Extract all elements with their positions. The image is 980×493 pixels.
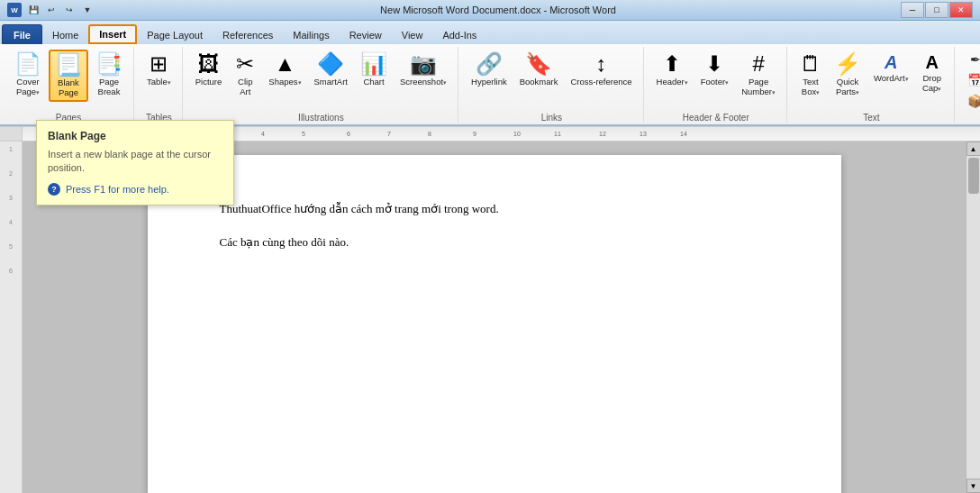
text-group-label: Text — [794, 111, 948, 123]
chart-icon: 📊 — [360, 53, 387, 75]
footer-icon: ⬇ — [705, 53, 723, 75]
menu-tabs: File Home Insert Page Layout References … — [0, 21, 980, 44]
hyperlink-button[interactable]: 🔗 Hyperlink — [466, 50, 513, 90]
window-title: New Microsoft Word Document.docx - Micro… — [380, 5, 616, 15]
tab-insert[interactable]: Insert — [88, 24, 137, 44]
wordart-button[interactable]: A WordArt▾ — [868, 50, 914, 87]
text-right-group-label: Text — [962, 111, 980, 123]
group-text-right: ✒ Signature Line▾ 📅 Date & Time 📦 Object… — [957, 47, 980, 123]
header-label: Header▾ — [657, 77, 688, 87]
drop-cap-icon: A — [925, 53, 938, 71]
bookmark-button[interactable]: 🔖 Bookmark — [514, 50, 564, 90]
ruler-side-left — [0, 127, 23, 141]
maximize-btn[interactable]: □ — [925, 2, 948, 18]
blank-page-label: BlankPage — [58, 78, 79, 97]
quick-parts-label: QuickParts▾ — [836, 77, 859, 96]
vertical-ruler: 1 2 3 4 5 6 — [0, 142, 22, 493]
pages-group-items: 📄 CoverPage▾ 📃 BlankPage 📑 PageBreak — [9, 47, 128, 111]
drop-cap-button[interactable]: A DropCap▾ — [916, 50, 948, 96]
tooltip-description: Insert a new blank page at the cursor po… — [48, 148, 222, 176]
chart-button[interactable]: 📊 Chart — [355, 50, 393, 90]
clip-art-label: ClipArt — [238, 77, 252, 96]
picture-icon: 🖼 — [198, 53, 220, 75]
smartart-label: SmartArt — [314, 77, 348, 87]
shapes-button[interactable]: ▲ Shapes▾ — [263, 50, 306, 90]
title-bar: W 💾 ↩ ↪ ▼ New Microsoft Word Document.do… — [0, 0, 980, 21]
links-group-label: Links — [466, 111, 637, 123]
clip-art-button[interactable]: ✂ ClipArt — [229, 50, 261, 100]
close-btn[interactable]: ✕ — [949, 2, 973, 18]
group-header-footer: ⬆ Header▾ ⬇ Footer▾ # PageNumber▾ Header… — [646, 47, 787, 123]
tab-home[interactable]: Home — [42, 24, 88, 44]
help-icon: ? — [48, 183, 60, 196]
tooltip-box: Blank Page Insert a new blank page at th… — [36, 142, 234, 205]
picture-label: Picture — [195, 77, 222, 87]
text-box-icon: 🗒 — [800, 53, 821, 75]
page-break-button[interactable]: 📑 PageBreak — [90, 50, 128, 100]
document-line-2: Các bạn cùng theo dõi nào. — [220, 233, 769, 252]
qat-customize-btn[interactable]: ▼ — [79, 3, 95, 17]
word-app-icon: W — [7, 3, 22, 17]
drop-cap-label: DropCap▾ — [922, 73, 941, 93]
quick-parts-button[interactable]: ⚡ QuickParts▾ — [829, 50, 867, 100]
shapes-icon: ▲ — [275, 53, 296, 75]
quick-access-toolbar: 💾 ↩ ↪ ▼ — [25, 3, 95, 17]
vertical-scrollbar[interactable]: ▲ ▼ — [966, 142, 980, 493]
object-icon: 📦 — [967, 94, 980, 108]
smartart-button[interactable]: 🔷 SmartArt — [309, 50, 353, 90]
qat-redo-btn[interactable]: ↪ — [61, 3, 77, 17]
screenshot-label: Screenshot▾ — [400, 77, 447, 87]
clip-art-icon: ✂ — [236, 53, 254, 75]
group-links: 🔗 Hyperlink 🔖 Bookmark ↕ Cross-reference… — [460, 47, 643, 123]
header-footer-group-label: Header & Footer — [651, 111, 781, 123]
page-break-label: PageBreak — [98, 77, 121, 96]
cover-page-button[interactable]: 📄 CoverPage▾ — [9, 50, 47, 100]
tab-view[interactable]: View — [392, 24, 433, 44]
quick-parts-icon: ⚡ — [834, 53, 861, 75]
left-ruler-panel: 1 2 3 4 5 6 — [0, 142, 23, 493]
chart-label: Chart — [363, 77, 384, 87]
blank-page-button[interactable]: 📃 BlankPage — [49, 50, 88, 102]
table-icon: ⊞ — [150, 53, 168, 75]
header-button[interactable]: ⬆ Header▾ — [651, 50, 694, 90]
wordart-icon: A — [885, 53, 897, 71]
table-button[interactable]: ⊞ Table▾ — [141, 50, 177, 90]
scroll-up-btn[interactable]: ▲ — [966, 142, 981, 156]
footer-button[interactable]: ⬇ Footer▾ — [695, 50, 734, 90]
date-time-button[interactable]: 📅 Date & Time — [962, 70, 980, 90]
scroll-thumb[interactable] — [968, 158, 979, 194]
footer-label: Footer▾ — [701, 77, 729, 87]
tables-group-items: ⊞ Table▾ — [141, 47, 177, 111]
page-number-icon: # — [752, 53, 764, 75]
picture-button[interactable]: 🖼 Picture — [190, 50, 228, 90]
group-text: 🗒 TextBox▾ ⚡ QuickParts▾ A WordArt▾ A Dr… — [789, 47, 955, 123]
qat-save-btn[interactable]: 💾 — [25, 3, 41, 17]
screenshot-button[interactable]: 📷 Screenshot▾ — [395, 50, 452, 90]
qat-undo-btn[interactable]: ↩ — [43, 3, 59, 17]
minimize-btn[interactable]: ─ — [901, 2, 924, 18]
tab-references[interactable]: References — [213, 24, 283, 44]
scroll-down-btn[interactable]: ▼ — [966, 479, 981, 493]
title-bar-left: W 💾 ↩ ↪ ▼ — [7, 3, 95, 17]
object-button[interactable]: 📦 Object▾ — [962, 91, 980, 111]
text-box-label: TextBox▾ — [802, 77, 820, 96]
tab-review[interactable]: Review — [340, 24, 392, 44]
bookmark-label: Bookmark — [520, 77, 558, 87]
document-page: ThuthuatOffice hướng dẫn cách mở trang m… — [148, 155, 841, 493]
hyperlink-icon: 🔗 — [476, 53, 503, 75]
main-layout: 1 2 3 4 5 6 Blank Page Insert a new blan… — [0, 142, 980, 493]
text-box-button[interactable]: 🗒 TextBox▾ — [794, 50, 827, 100]
tab-mailings[interactable]: Mailings — [283, 24, 339, 44]
ribbon-content: 📄 CoverPage▾ 📃 BlankPage 📑 PageBreak Pag… — [0, 44, 980, 126]
group-illustrations: 🖼 Picture ✂ ClipArt ▲ Shapes▾ 🔷 SmartArt… — [185, 47, 458, 123]
tab-file[interactable]: File — [2, 24, 42, 44]
table-label: Table▾ — [147, 77, 171, 87]
cross-reference-label: Cross-reference — [570, 77, 631, 87]
document-line-1: ThuthuatOffice hướng dẫn cách mở trang m… — [220, 200, 769, 219]
cross-reference-button[interactable]: ↕ Cross-reference — [565, 50, 637, 90]
signature-line-button[interactable]: ✒ Signature Line▾ — [962, 50, 980, 69]
tab-page-layout[interactable]: Page Layout — [137, 24, 213, 44]
page-number-button[interactable]: # PageNumber▾ — [736, 50, 781, 100]
signature-line-icon: ✒ — [967, 52, 980, 67]
tab-add-ins[interactable]: Add-Ins — [432, 24, 486, 44]
